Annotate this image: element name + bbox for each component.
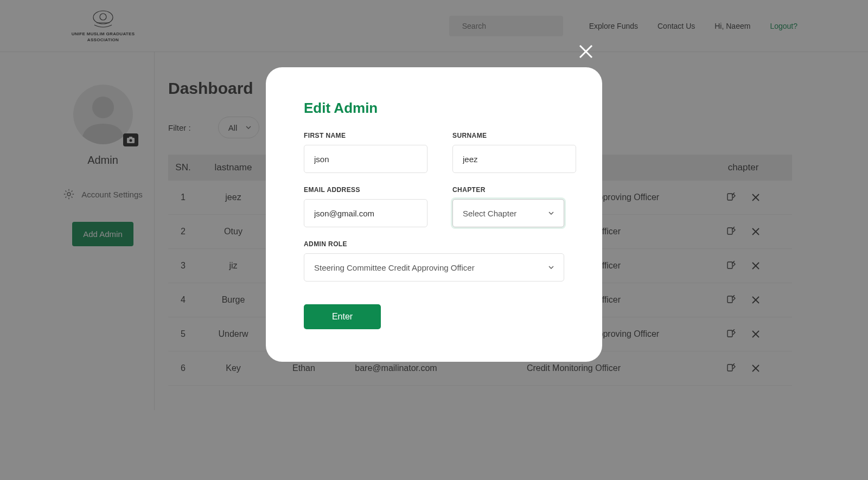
- email-field[interactable]: [304, 199, 427, 227]
- enter-button[interactable]: Enter: [304, 304, 381, 329]
- first-name-field[interactable]: [304, 145, 427, 173]
- close-modal-button[interactable]: [578, 43, 594, 62]
- close-icon: [578, 43, 594, 60]
- surname-label: SURNAME: [452, 132, 576, 139]
- chapter-select[interactable]: Select Chapter: [452, 199, 564, 227]
- edit-admin-modal: Edit Admin FIRST NAME SURNAME EMAIL ADDR…: [266, 67, 602, 362]
- email-label: EMAIL ADDRESS: [304, 186, 427, 194]
- chapter-select-value: Select Chapter: [463, 209, 516, 218]
- chevron-down-icon: [548, 266, 554, 269]
- admin-role-label: ADMIN ROLE: [304, 240, 564, 248]
- surname-field[interactable]: [452, 145, 576, 173]
- admin-role-select[interactable]: Steering Committee Credit Approving Offi…: [304, 253, 564, 281]
- modal-title: Edit Admin: [304, 100, 564, 117]
- chapter-label: CHAPTER: [452, 186, 564, 194]
- modal-overlay: Edit Admin FIRST NAME SURNAME EMAIL ADDR…: [0, 0, 868, 480]
- admin-role-select-value: Steering Committee Credit Approving Offi…: [314, 263, 475, 272]
- chevron-down-icon: [548, 212, 554, 215]
- first-name-label: FIRST NAME: [304, 132, 427, 139]
